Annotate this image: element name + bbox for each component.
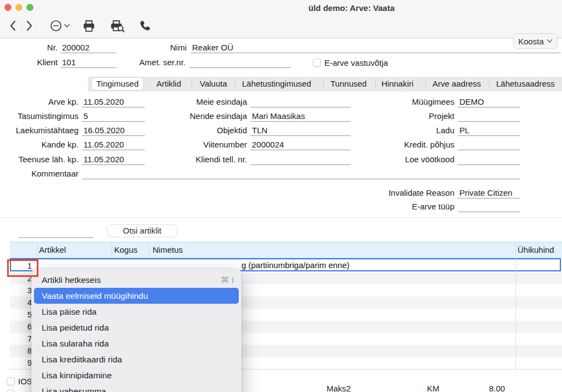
ladu-label: Ladu [356,125,454,136]
column-divider [111,243,112,257]
muugimees-field[interactable]: DEMO [458,96,520,107]
amet-sernr-field[interactable] [189,57,291,68]
viitenumber-field[interactable]: 2000024 [250,139,351,150]
menu-item-label: Lisa sularaha rida [42,339,109,348]
ios-checkbox[interactable] [7,377,15,385]
phone-icon[interactable] [138,20,151,34]
close-window-button[interactable] [4,4,12,11]
laekumistahtaeg-field[interactable]: 16.05.2020 [82,125,145,136]
column-header-kogus[interactable]: Kogus [114,245,138,254]
tab-arve-aadress[interactable]: Arve aadress [432,79,481,88]
row-number[interactable]: 8 [10,345,32,357]
menu-item-lisa-peidetud-rida[interactable]: Lisa peidetud rida [31,320,241,336]
ladu-field[interactable]: PL [458,125,520,136]
muugimees-label: Müügimees [356,96,454,107]
laekumistahtaeg-label: Laekumistähtaeg [2,125,78,136]
article-search-input[interactable] [18,226,93,238]
zoom-window-button[interactable] [26,4,33,11]
menu-item-lisa-sularaha-rida[interactable]: Lisa sularaha rida [31,336,241,351]
menu-item-lisa-paise-rida[interactable]: Lisa päise rida [31,304,241,320]
nende-esindaja-field[interactable]: Mari Maasikas [250,111,351,122]
menu-item-vaata-eelmiseid-muugihindu[interactable]: Vaata eelmiseid müügihindu [34,288,239,304]
nimi-field[interactable]: Reaker OÜ [190,42,561,53]
tab-separator [192,80,192,88]
tab-hinnakiri[interactable]: Hinnakiri [381,79,413,88]
tab-separator [323,80,324,88]
otsi-artiklit-button[interactable]: Otsi artiklit [107,224,177,237]
kliendi-tell-nr-field[interactable] [250,154,351,165]
menu-item-lisa-vahesumma[interactable]: Lisa vahesumma [31,383,241,392]
km-value: 8.00 [489,384,505,392]
kliendi-tell-nr-label: Kliendi tell. nr. [154,154,247,165]
print-preview-icon[interactable] [110,20,125,34]
menu-item-shortcut: ⌘ I [221,272,234,288]
nr-label: Nr. [3,42,58,53]
menu-item-label: Vaata eelmiseid müügihindu [42,291,148,300]
tasumistingimus-field[interactable]: 5 [82,111,145,122]
menu-item-lisa-krediitkaardi-rida[interactable]: Lisa krediitkaardi rida [31,351,241,367]
section-divider [0,217,562,218]
column-divider [515,243,516,257]
footer-checkbox-partial[interactable] [7,390,15,392]
invalidate-reason-field[interactable]: Private Citizen [458,188,520,198]
more-options-icon[interactable] [49,19,71,34]
meie-esindaja-label: Meie esindaja [154,96,247,107]
menu-item-lisa-kinnipidamine[interactable]: Lisa kinnipidamine [31,367,241,383]
selected-row-nimetus-text: g (partiinumbriga/parim enne) [241,260,350,270]
tab-lahetusaadress[interactable]: Lähetusaadress [496,79,555,88]
kande-kp-field[interactable]: 11.05.2020 [82,139,145,150]
viitenumber-label: Viitenumber [154,139,247,150]
earve-tuup-field[interactable] [458,201,520,212]
projekt-field[interactable] [458,111,520,122]
column-header-nimetus[interactable]: Nimetus [153,245,183,254]
nr-field[interactable]: 200002 [60,42,116,53]
minimize-window-button[interactable] [15,4,23,11]
row-number[interactable]: 4 [10,297,32,309]
tab-tunnused[interactable]: Tunnused [330,79,367,88]
meie-esindaja-field[interactable] [250,96,351,107]
column-divider [37,243,38,257]
tab-valuuta[interactable]: Valuuta [200,79,227,88]
km-label: KM [427,384,440,392]
teenuse-lah-kp-field[interactable]: 11.05.2020 [82,154,145,165]
tab-lahetustingimused[interactable]: Lähetustingimused [242,79,311,88]
invoice-window: { "window": { "title": "üld demo: Arve: … [0,0,562,392]
menu-item-label: Lisa vahesumma [42,387,106,392]
earve-vastuvotja-label: E-arve vastuvõtja [324,58,412,69]
row-number[interactable]: 7 [10,333,32,345]
column-header-uhikuhind[interactable]: Ühikuhind [518,245,554,254]
tab-artiklid[interactable]: Artiklid [156,79,181,88]
uhikuhind-column-divider [515,258,516,369]
menu-item-label: Artikli hetkeseis [42,275,101,285]
objektid-label: Objektid [154,125,247,136]
menu-item-label: Lisa kinnipidamine [42,371,112,380]
kredit-pohjus-label: Kredit. põhjus [356,139,454,150]
row-number[interactable]: 9 [10,357,32,369]
column-header-artikkel[interactable]: Artikkel [39,245,66,254]
menu-item-label: Lisa peidetud rida [42,323,109,332]
arve-kp-field[interactable]: 11.05.2020 [82,96,145,107]
row-number[interactable]: 6 [10,321,32,333]
kommentaar-label: Kommentaar [2,168,78,179]
toolbar: Koosta [0,15,562,38]
objektid-field[interactable]: TLN [250,125,351,136]
kommentaar-field[interactable] [82,168,520,179]
tab-separator [375,80,376,88]
kredit-pohjus-field[interactable] [458,139,520,150]
row-number[interactable]: 3 [10,285,32,297]
tab-separator [489,80,490,88]
table-header [10,242,562,258]
back-icon[interactable] [9,20,17,33]
loe-vootkood-field[interactable] [458,154,520,165]
earve-vastuvotja-checkbox[interactable] [313,59,321,67]
title-bar: üld demo: Arve: Vaata [0,0,562,15]
tab-tingimused[interactable]: Tingimused [91,77,144,90]
menu-item-artikli-hetkeseis[interactable]: Artikli hetkeseis ⌘ I [31,272,241,288]
print-icon[interactable] [82,20,95,34]
row-number[interactable]: 5 [10,309,32,321]
context-menu: Artikli hetkeseis ⌘ I Vaata eelmiseid mü… [31,269,241,392]
maks-label: Maks2 [327,384,351,392]
amet-sernr-label: Amet. ser.nr. [103,57,186,68]
forward-icon[interactable] [25,20,33,33]
column-divider [149,243,149,257]
